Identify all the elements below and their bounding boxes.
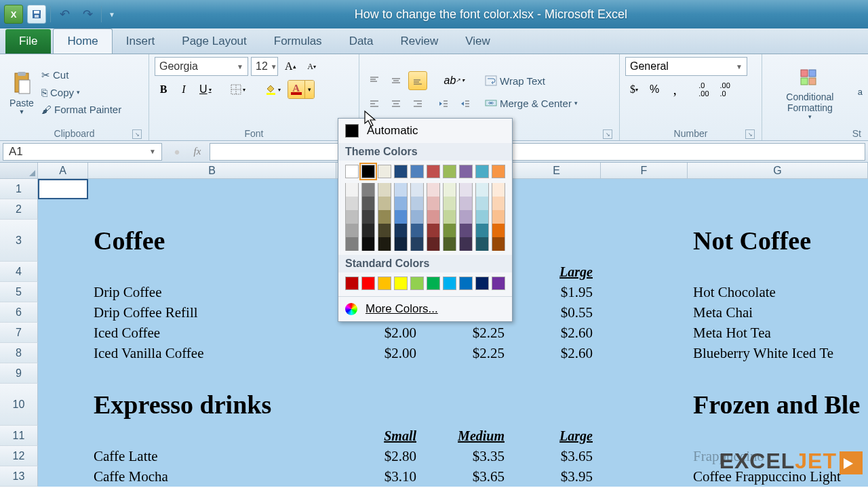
color-swatch[interactable] — [475, 277, 489, 290]
row-header[interactable]: 8 — [0, 343, 38, 363]
color-swatch[interactable] — [345, 277, 359, 290]
color-swatch[interactable] — [361, 165, 375, 178]
number-format-combo[interactable]: General▼ — [625, 57, 747, 76]
increase-indent-button[interactable] — [456, 94, 475, 113]
grow-font-button[interactable]: A▴ — [281, 57, 300, 76]
color-swatch[interactable] — [361, 224, 375, 237]
row-header[interactable]: 10 — [0, 384, 38, 426]
decrease-decimal-button[interactable]: .00.0 — [716, 80, 734, 99]
column-header[interactable]: E — [513, 163, 601, 179]
formula-input[interactable] — [210, 143, 865, 161]
color-swatch[interactable] — [492, 210, 505, 224]
color-swatch[interactable] — [345, 237, 359, 251]
name-box[interactable]: A1▼ — [3, 143, 162, 161]
file-tab[interactable]: File — [5, 29, 51, 54]
color-swatch[interactable] — [394, 183, 408, 197]
alignment-launcher[interactable]: ↘ — [603, 129, 612, 139]
comma-button[interactable]: , — [666, 80, 684, 99]
color-swatch[interactable] — [394, 197, 408, 210]
color-swatch[interactable] — [410, 183, 424, 197]
column-header[interactable]: A — [38, 163, 88, 179]
align-right-button[interactable] — [408, 94, 427, 113]
color-swatch[interactable] — [475, 183, 489, 197]
font-color-dropdown-arrow[interactable]: ▾ — [304, 81, 314, 98]
color-swatch[interactable] — [492, 224, 505, 237]
cancel-formula-button[interactable]: ● — [167, 144, 186, 160]
column-header[interactable]: G — [688, 163, 868, 179]
color-swatch[interactable] — [378, 165, 391, 178]
formulas-tab[interactable]: Formulas — [260, 29, 336, 54]
color-swatch[interactable] — [361, 237, 375, 251]
color-swatch[interactable] — [345, 165, 359, 178]
color-swatch[interactable] — [410, 210, 424, 224]
currency-button[interactable]: $▾ — [625, 80, 643, 99]
color-swatch[interactable] — [475, 197, 489, 210]
row-header[interactable]: 3 — [0, 220, 38, 262]
percent-button[interactable]: % — [646, 80, 663, 99]
color-swatch[interactable] — [345, 210, 359, 224]
automatic-color-item[interactable]: Automatic — [338, 119, 512, 143]
review-tab[interactable]: Review — [387, 29, 452, 54]
save-button[interactable] — [27, 5, 46, 24]
align-center-button[interactable] — [387, 94, 406, 113]
column-header[interactable]: F — [601, 163, 688, 179]
cut-button[interactable]: ✂Cut — [38, 67, 125, 83]
orientation-button[interactable]: ab↗▾ — [434, 71, 475, 90]
color-swatch[interactable] — [459, 210, 473, 224]
color-swatch[interactable] — [378, 183, 391, 197]
paste-button[interactable]: Paste ▼ — [5, 68, 38, 117]
home-tab[interactable]: Home — [53, 28, 112, 54]
color-swatch[interactable] — [394, 237, 408, 251]
row-header[interactable]: 12 — [0, 446, 38, 466]
decrease-indent-button[interactable] — [434, 94, 453, 113]
color-swatch[interactable] — [378, 224, 391, 237]
color-swatch[interactable] — [492, 165, 505, 178]
color-swatch[interactable] — [459, 165, 473, 178]
color-swatch[interactable] — [443, 237, 456, 251]
insert-function-button[interactable]: fx — [188, 144, 207, 160]
undo-button[interactable]: ↶ — [55, 5, 74, 24]
wrap-text-button[interactable]: Wrap Text — [481, 72, 581, 90]
color-swatch[interactable] — [378, 237, 391, 251]
row-header[interactable]: 13 — [0, 466, 38, 487]
font-size-combo[interactable]: 12▼ — [251, 57, 278, 76]
color-swatch[interactable] — [459, 237, 473, 251]
color-swatch[interactable] — [443, 224, 456, 237]
font-color-button[interactable]: A ▾ — [288, 80, 315, 99]
color-swatch[interactable] — [459, 224, 473, 237]
row-header[interactable]: 1 — [0, 179, 38, 199]
italic-button[interactable]: I — [175, 80, 193, 99]
merge-center-button[interactable]: Merge & Center▾ — [481, 94, 581, 113]
active-cell[interactable] — [38, 179, 88, 199]
increase-decimal-button[interactable]: .0.00 — [694, 80, 713, 99]
view-tab[interactable]: View — [452, 29, 504, 54]
color-swatch[interactable] — [394, 210, 408, 224]
borders-button[interactable]: ▾ — [226, 80, 250, 99]
column-header[interactable]: B — [88, 163, 336, 179]
excel-icon[interactable]: X — [4, 5, 23, 24]
conditional-formatting-button[interactable]: Conditional Formatting▾ — [768, 62, 852, 121]
color-swatch[interactable] — [345, 224, 359, 237]
color-swatch[interactable] — [443, 210, 456, 224]
color-swatch[interactable] — [427, 197, 440, 210]
color-swatch[interactable] — [475, 237, 489, 251]
color-swatch[interactable] — [427, 183, 440, 197]
more-colors-item[interactable]: More Colors... — [338, 296, 512, 321]
redo-button[interactable]: ↷ — [78, 5, 97, 24]
color-swatch[interactable] — [361, 277, 375, 290]
color-swatch[interactable] — [394, 165, 408, 178]
color-swatch[interactable] — [410, 277, 424, 290]
color-swatch[interactable] — [475, 165, 489, 178]
color-swatch[interactable] — [345, 197, 359, 210]
color-swatch[interactable] — [427, 210, 440, 224]
font-name-combo[interactable]: Georgia▼ — [155, 57, 248, 76]
color-swatch[interactable] — [427, 277, 440, 290]
align-left-button[interactable] — [365, 94, 384, 113]
color-swatch[interactable] — [427, 237, 440, 251]
color-swatch[interactable] — [492, 183, 505, 197]
color-swatch[interactable] — [394, 224, 408, 237]
row-header[interactable]: 9 — [0, 363, 38, 384]
row-header[interactable]: 7 — [0, 323, 38, 343]
color-swatch[interactable] — [410, 224, 424, 237]
color-swatch[interactable] — [443, 197, 456, 210]
